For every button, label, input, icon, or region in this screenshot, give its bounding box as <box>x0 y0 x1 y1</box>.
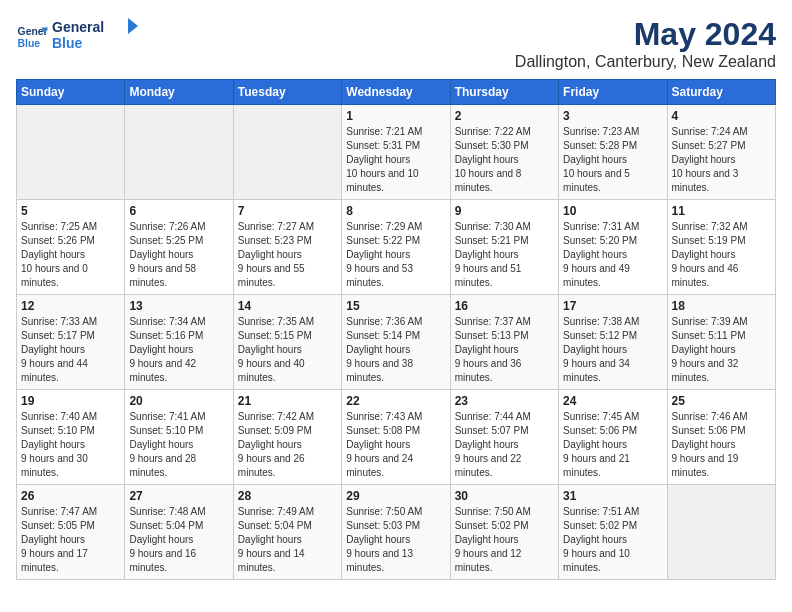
header: General Blue General Blue May 2024 Dalli… <box>16 16 776 71</box>
day-info: Sunrise: 7:23 AM Sunset: 5:28 PM Dayligh… <box>563 125 662 195</box>
day-number: 7 <box>238 204 337 218</box>
day-info: Sunrise: 7:37 AM Sunset: 5:13 PM Dayligh… <box>455 315 554 385</box>
day-info: Sunrise: 7:22 AM Sunset: 5:30 PM Dayligh… <box>455 125 554 195</box>
calendar-cell: 24 Sunrise: 7:45 AM Sunset: 5:06 PM Dayl… <box>559 390 667 485</box>
page-title: May 2024 <box>515 16 776 53</box>
calendar-cell: 26 Sunrise: 7:47 AM Sunset: 5:05 PM Dayl… <box>17 485 125 580</box>
day-number: 2 <box>455 109 554 123</box>
logo-icon: General Blue <box>16 21 48 53</box>
day-info: Sunrise: 7:50 AM Sunset: 5:02 PM Dayligh… <box>455 505 554 575</box>
day-info: Sunrise: 7:44 AM Sunset: 5:07 PM Dayligh… <box>455 410 554 480</box>
day-number: 20 <box>129 394 228 408</box>
day-info: Sunrise: 7:49 AM Sunset: 5:04 PM Dayligh… <box>238 505 337 575</box>
day-number: 14 <box>238 299 337 313</box>
day-number: 22 <box>346 394 445 408</box>
calendar-cell: 19 Sunrise: 7:40 AM Sunset: 5:10 PM Dayl… <box>17 390 125 485</box>
calendar-cell: 10 Sunrise: 7:31 AM Sunset: 5:20 PM Dayl… <box>559 200 667 295</box>
day-number: 11 <box>672 204 771 218</box>
calendar-cell: 6 Sunrise: 7:26 AM Sunset: 5:25 PM Dayli… <box>125 200 233 295</box>
day-number: 12 <box>21 299 120 313</box>
calendar-cell <box>17 105 125 200</box>
calendar-cell: 18 Sunrise: 7:39 AM Sunset: 5:11 PM Dayl… <box>667 295 775 390</box>
calendar-cell <box>667 485 775 580</box>
logo-svg: General Blue <box>52 16 142 58</box>
day-info: Sunrise: 7:46 AM Sunset: 5:06 PM Dayligh… <box>672 410 771 480</box>
svg-text:Blue: Blue <box>18 38 41 49</box>
calendar-cell: 30 Sunrise: 7:50 AM Sunset: 5:02 PM Dayl… <box>450 485 558 580</box>
day-number: 6 <box>129 204 228 218</box>
calendar-cell <box>125 105 233 200</box>
day-info: Sunrise: 7:40 AM Sunset: 5:10 PM Dayligh… <box>21 410 120 480</box>
calendar-cell: 31 Sunrise: 7:51 AM Sunset: 5:02 PM Dayl… <box>559 485 667 580</box>
day-number: 31 <box>563 489 662 503</box>
calendar-cell: 28 Sunrise: 7:49 AM Sunset: 5:04 PM Dayl… <box>233 485 341 580</box>
day-number: 25 <box>672 394 771 408</box>
day-number: 13 <box>129 299 228 313</box>
day-info: Sunrise: 7:21 AM Sunset: 5:31 PM Dayligh… <box>346 125 445 195</box>
calendar-cell: 22 Sunrise: 7:43 AM Sunset: 5:08 PM Dayl… <box>342 390 450 485</box>
svg-marker-5 <box>128 18 138 34</box>
weekday-header-wednesday: Wednesday <box>342 80 450 105</box>
day-info: Sunrise: 7:51 AM Sunset: 5:02 PM Dayligh… <box>563 505 662 575</box>
day-info: Sunrise: 7:41 AM Sunset: 5:10 PM Dayligh… <box>129 410 228 480</box>
calendar-cell: 2 Sunrise: 7:22 AM Sunset: 5:30 PM Dayli… <box>450 105 558 200</box>
day-number: 5 <box>21 204 120 218</box>
weekday-header-monday: Monday <box>125 80 233 105</box>
day-info: Sunrise: 7:27 AM Sunset: 5:23 PM Dayligh… <box>238 220 337 290</box>
day-number: 24 <box>563 394 662 408</box>
calendar-table: SundayMondayTuesdayWednesdayThursdayFrid… <box>16 79 776 580</box>
day-number: 4 <box>672 109 771 123</box>
day-info: Sunrise: 7:33 AM Sunset: 5:17 PM Dayligh… <box>21 315 120 385</box>
day-number: 29 <box>346 489 445 503</box>
calendar-cell: 4 Sunrise: 7:24 AM Sunset: 5:27 PM Dayli… <box>667 105 775 200</box>
calendar-cell: 13 Sunrise: 7:34 AM Sunset: 5:16 PM Dayl… <box>125 295 233 390</box>
calendar-cell: 29 Sunrise: 7:50 AM Sunset: 5:03 PM Dayl… <box>342 485 450 580</box>
calendar-cell: 9 Sunrise: 7:30 AM Sunset: 5:21 PM Dayli… <box>450 200 558 295</box>
calendar-cell: 5 Sunrise: 7:25 AM Sunset: 5:26 PM Dayli… <box>17 200 125 295</box>
day-info: Sunrise: 7:34 AM Sunset: 5:16 PM Dayligh… <box>129 315 228 385</box>
day-number: 28 <box>238 489 337 503</box>
calendar-cell: 27 Sunrise: 7:48 AM Sunset: 5:04 PM Dayl… <box>125 485 233 580</box>
day-number: 18 <box>672 299 771 313</box>
day-number: 8 <box>346 204 445 218</box>
day-number: 10 <box>563 204 662 218</box>
calendar-cell: 8 Sunrise: 7:29 AM Sunset: 5:22 PM Dayli… <box>342 200 450 295</box>
calendar-cell: 3 Sunrise: 7:23 AM Sunset: 5:28 PM Dayli… <box>559 105 667 200</box>
calendar-cell: 15 Sunrise: 7:36 AM Sunset: 5:14 PM Dayl… <box>342 295 450 390</box>
calendar-cell: 16 Sunrise: 7:37 AM Sunset: 5:13 PM Dayl… <box>450 295 558 390</box>
logo: General Blue General Blue <box>16 16 142 58</box>
day-number: 26 <box>21 489 120 503</box>
calendar-cell: 23 Sunrise: 7:44 AM Sunset: 5:07 PM Dayl… <box>450 390 558 485</box>
day-info: Sunrise: 7:38 AM Sunset: 5:12 PM Dayligh… <box>563 315 662 385</box>
day-info: Sunrise: 7:50 AM Sunset: 5:03 PM Dayligh… <box>346 505 445 575</box>
calendar-cell: 21 Sunrise: 7:42 AM Sunset: 5:09 PM Dayl… <box>233 390 341 485</box>
day-number: 27 <box>129 489 228 503</box>
weekday-header-thursday: Thursday <box>450 80 558 105</box>
day-info: Sunrise: 7:48 AM Sunset: 5:04 PM Dayligh… <box>129 505 228 575</box>
calendar-cell <box>233 105 341 200</box>
day-number: 3 <box>563 109 662 123</box>
day-info: Sunrise: 7:31 AM Sunset: 5:20 PM Dayligh… <box>563 220 662 290</box>
day-info: Sunrise: 7:35 AM Sunset: 5:15 PM Dayligh… <box>238 315 337 385</box>
calendar-cell: 7 Sunrise: 7:27 AM Sunset: 5:23 PM Dayli… <box>233 200 341 295</box>
calendar-cell: 17 Sunrise: 7:38 AM Sunset: 5:12 PM Dayl… <box>559 295 667 390</box>
day-info: Sunrise: 7:26 AM Sunset: 5:25 PM Dayligh… <box>129 220 228 290</box>
page-subtitle: Dallington, Canterbury, New Zealand <box>515 53 776 71</box>
weekday-header-friday: Friday <box>559 80 667 105</box>
calendar-cell: 11 Sunrise: 7:32 AM Sunset: 5:19 PM Dayl… <box>667 200 775 295</box>
day-number: 21 <box>238 394 337 408</box>
day-number: 15 <box>346 299 445 313</box>
day-info: Sunrise: 7:47 AM Sunset: 5:05 PM Dayligh… <box>21 505 120 575</box>
calendar-cell: 1 Sunrise: 7:21 AM Sunset: 5:31 PM Dayli… <box>342 105 450 200</box>
weekday-header-saturday: Saturday <box>667 80 775 105</box>
svg-text:General: General <box>52 19 104 35</box>
calendar-cell: 14 Sunrise: 7:35 AM Sunset: 5:15 PM Dayl… <box>233 295 341 390</box>
day-info: Sunrise: 7:42 AM Sunset: 5:09 PM Dayligh… <box>238 410 337 480</box>
day-info: Sunrise: 7:25 AM Sunset: 5:26 PM Dayligh… <box>21 220 120 290</box>
day-info: Sunrise: 7:32 AM Sunset: 5:19 PM Dayligh… <box>672 220 771 290</box>
day-number: 19 <box>21 394 120 408</box>
day-info: Sunrise: 7:29 AM Sunset: 5:22 PM Dayligh… <box>346 220 445 290</box>
day-info: Sunrise: 7:24 AM Sunset: 5:27 PM Dayligh… <box>672 125 771 195</box>
calendar-cell: 25 Sunrise: 7:46 AM Sunset: 5:06 PM Dayl… <box>667 390 775 485</box>
day-info: Sunrise: 7:43 AM Sunset: 5:08 PM Dayligh… <box>346 410 445 480</box>
